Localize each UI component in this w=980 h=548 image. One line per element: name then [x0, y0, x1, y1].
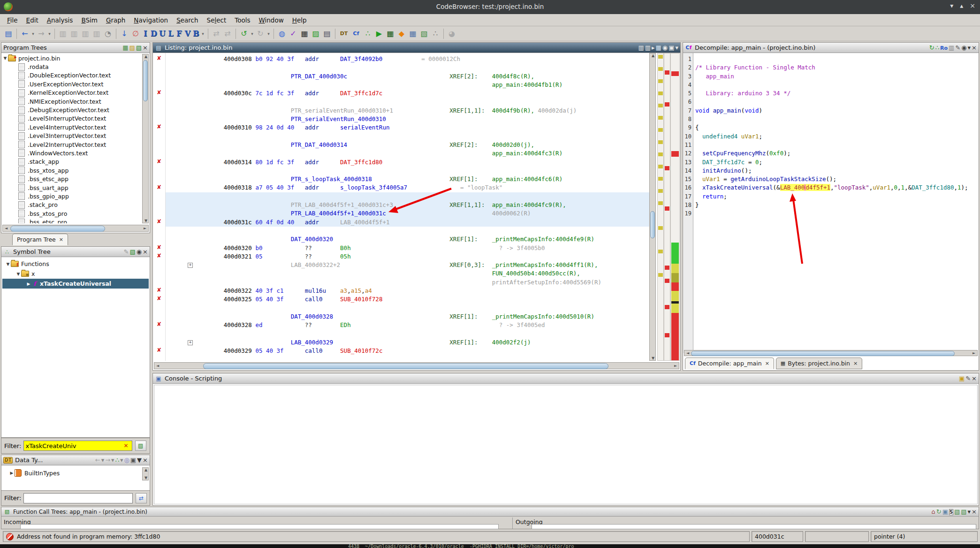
listing-line[interactable]: app_main:400d4fb1(R) — [199, 81, 648, 89]
listing-line[interactable]: printAfterSetupInfo:400d5569(R) — [199, 278, 648, 287]
back-dropdown-icon[interactable]: ▾ — [30, 28, 36, 40]
paste-code-icon[interactable]: ▥ — [91, 28, 102, 40]
register-view-icon[interactable]: ▦ — [385, 28, 396, 40]
tree-item[interactable]: .bss_gpio_app — [2, 192, 141, 200]
validate-icon[interactable]: ✓ — [288, 28, 299, 40]
bookmark-icon[interactable]: ✘ — [157, 321, 161, 327]
apply-dropdown-icon[interactable]: ▾ — [200, 28, 205, 40]
menu-navigation[interactable]: Navigation — [129, 15, 172, 25]
overview-mark[interactable] — [658, 273, 663, 277]
overview-mark[interactable] — [658, 91, 663, 95]
close-panel-icon[interactable]: × — [972, 375, 977, 382]
listing-code[interactable]: 400d0308 b0 92 40 3f addr DAT_3f4092b0 =… — [199, 53, 648, 361]
bytes-view-icon[interactable]: ▦ — [299, 28, 310, 40]
listing-line[interactable]: DAT_400d0320 XREF[1]: _printMemCapsInfo:… — [199, 235, 648, 244]
overview-mark[interactable] — [665, 206, 669, 211]
listing-line[interactable]: 400d0314 80 1d fc 3f addr DAT_3ffc1d80 — [199, 158, 648, 167]
tree-item[interactable]: .Level4InterruptVector.text — [2, 123, 141, 131]
listing-line[interactable]: 400d0321 05 ?? 05h — [199, 252, 648, 261]
close-panel-icon[interactable]: × — [972, 508, 977, 515]
tree-item[interactable]: .Level3InterruptVector.text — [2, 132, 141, 140]
listing-line[interactable]: PTR_LAB_400d4f5f+1_400d031c+3 XREF[1,1]:… — [199, 201, 648, 209]
tree-item[interactable]: .bss_xtos_pro — [2, 209, 141, 218]
menu-search[interactable]: Search — [172, 15, 202, 25]
tree-item[interactable]: .DebugExceptionVector.text — [2, 106, 141, 114]
overview-mark[interactable] — [658, 189, 663, 193]
overview-mark[interactable] — [665, 102, 669, 107]
call-tree-icon[interactable]: ∴ — [430, 28, 441, 40]
overview-mark[interactable] — [665, 70, 669, 75]
overview-mark[interactable] — [658, 201, 663, 205]
world-icon[interactable]: ◍ — [276, 28, 288, 40]
decompiled-line[interactable]: undefined4 uVar1; — [695, 132, 978, 141]
tree-item[interactable]: .Level5InterruptVector.text — [2, 114, 141, 123]
diff-icon[interactable]: ▣ — [669, 44, 674, 51]
forward-dropdown-icon[interactable]: ▾ — [47, 28, 52, 40]
call-trees-header[interactable]: ▧ Function Call Trees: app_main - (proje… — [1, 507, 979, 517]
decompiled-line[interactable] — [695, 98, 978, 106]
undo-dropdown-icon[interactable]: ▾ — [250, 28, 255, 40]
tree-item-root[interactable]: ▼project.ino.bin — [2, 54, 141, 62]
listing-vscrollbar[interactable]: ▲ ▼ — [649, 53, 656, 361]
bookmark-icon[interactable]: ✘ — [157, 158, 161, 165]
tree-item[interactable]: .rodata — [2, 62, 141, 71]
back-icon[interactable]: ← — [95, 457, 100, 464]
program-tree-vscrollbar[interactable]: ▲ ▼ — [142, 54, 149, 223]
tree-item[interactable]: .stack_pro — [2, 201, 141, 209]
listing-line[interactable]: 400d0310 98 24 0d 40 addr serialEventRun — [199, 123, 648, 132]
overview-mark[interactable] — [658, 250, 663, 253]
tree-item[interactable]: .Level2InterruptVector.text — [2, 140, 141, 149]
listing-line[interactable]: PTR_serialEventRun_400d0310+1 XREF[1,1]:… — [199, 107, 648, 115]
gear-icon[interactable]: ◎ — [124, 457, 129, 464]
fields-icon[interactable]: ▦ — [656, 44, 661, 51]
bookmark-icon[interactable]: ✘ — [157, 89, 161, 96]
incoming-filter-input[interactable] — [20, 524, 499, 529]
decompiled-code[interactable]: /* Library Function - Single Match app_m… — [695, 53, 978, 353]
redo-dropdown-icon[interactable]: ▾ — [266, 28, 271, 40]
tab-close-icon[interactable]: × — [59, 236, 63, 243]
listing-line[interactable] — [199, 227, 648, 235]
close-panel-icon[interactable]: × — [143, 248, 148, 255]
listing-line[interactable] — [199, 304, 648, 312]
bookmark-icon[interactable]: ✘ — [157, 218, 161, 225]
menu-edit[interactable]: Edit — [22, 15, 43, 25]
decompiled-line[interactable]: app_main — [695, 72, 978, 81]
snapshot-icon[interactable]: ◉ — [137, 248, 142, 255]
tree-item[interactable]: .bss_etsc_app — [2, 175, 141, 183]
console-output[interactable] — [154, 385, 978, 504]
tree-item[interactable]: .NMIExceptionVector.text — [2, 97, 141, 106]
tree-item[interactable]: .UserExceptionVector.text — [2, 80, 141, 88]
listing-line[interactable]: PTR_DAT_400d030c XREF[2]: 400d4f8c(R), — [199, 72, 648, 81]
snapshot-disabled-icon[interactable]: ◕ — [446, 28, 457, 40]
overview-mark[interactable] — [658, 67, 663, 71]
overview-margin-bookmarks[interactable] — [664, 53, 670, 361]
decompiled-line[interactable] — [695, 209, 978, 218]
symbol-tree-header[interactable]: ∴ Symbol Tree ✎▧◉× — [1, 247, 150, 257]
overview-mark[interactable] — [671, 71, 679, 76]
overview-mark[interactable] — [671, 325, 679, 360]
export-icon[interactable]: ▧ — [954, 508, 960, 515]
data-type-manager-icon[interactable]: DT — [338, 28, 350, 40]
script-manager-icon[interactable]: ▨ — [310, 28, 321, 40]
depth-value[interactable]: 5 — [949, 509, 953, 515]
symbol-tree-item-x[interactable]: ▼▪x — [2, 269, 149, 279]
overview-mark[interactable] — [671, 282, 679, 291]
apply-long-icon[interactable]: L — [167, 28, 175, 40]
listing-line[interactable] — [199, 330, 648, 338]
bookmark-icon[interactable]: ✘ — [157, 184, 161, 190]
expand-arrow-icon[interactable]: ▼ — [2, 56, 8, 61]
listing-line[interactable]: PTR_LAB_400d4f5f+1_400d031c 400d0062(R) — [199, 209, 648, 218]
open-folder-icon[interactable]: ▨ — [129, 44, 135, 51]
program-trees-header[interactable]: Program Trees ▦▨▧× — [1, 43, 150, 53]
decompiled-line[interactable] — [695, 115, 978, 123]
bookmark-icon[interactable]: ✘ — [157, 55, 161, 61]
overview-mark[interactable] — [658, 116, 663, 120]
decompiled-line[interactable]: { — [695, 123, 978, 132]
edit-icon[interactable]: ✎ — [955, 44, 960, 51]
console-header[interactable]: ▣ Console - Scripting ▣✎× — [153, 373, 979, 384]
overview-mark[interactable] — [658, 104, 663, 107]
decompiled-line[interactable]: DAT_3ffc1d7c = 0; — [695, 158, 978, 167]
symbol-tree-filter-input[interactable] — [23, 441, 132, 451]
listing-line[interactable]: PTR_s_loopTask_400d0318 XREF[1]: app_mai… — [199, 175, 648, 183]
new-tree-icon[interactable]: ▦ — [122, 44, 128, 51]
